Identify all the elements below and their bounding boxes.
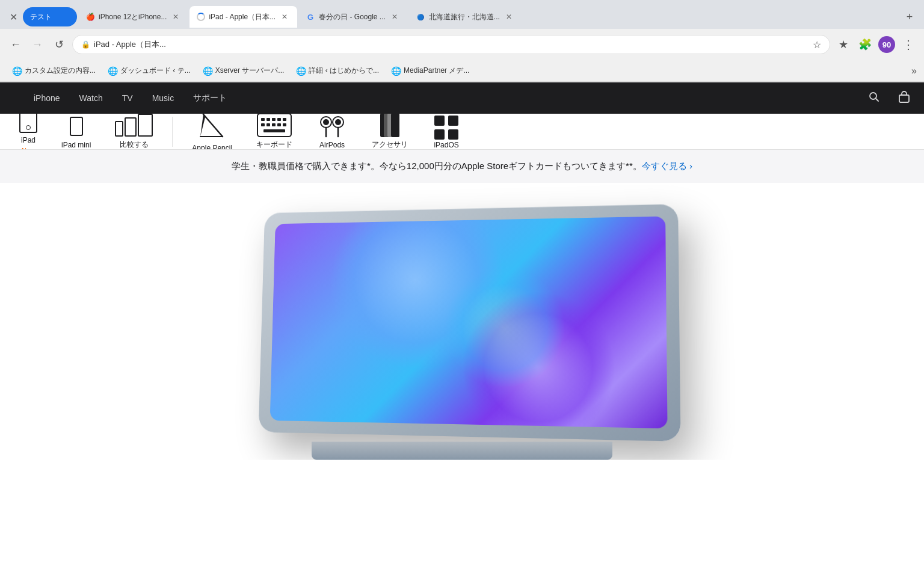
browser-chrome: ✕ テスト 🍎 iPhone 12とiPhone... ✕ iPad - App…: [0, 0, 924, 82]
nav-tv[interactable]: TV: [122, 93, 133, 103]
svg-point-19: [323, 119, 329, 125]
subnav-compare[interactable]: 比較する: [105, 114, 162, 150]
bookmarks-bar: 🌐 カスタム設定の内容... 🌐 ダッシュボード ‹ テ... 🌐 Xserve…: [0, 60, 924, 82]
tab-test[interactable]: テスト: [23, 7, 77, 26]
promo-link[interactable]: 今すぐ見る ›: [642, 161, 692, 172]
bookmark-detail-icon: 🌐: [296, 66, 306, 76]
promo-text: 学生・教職員価格で購入できます*。今なら12,000円分のApple Store…: [232, 161, 642, 172]
svg-rect-9: [272, 118, 276, 121]
hero-section: [0, 183, 924, 460]
subnav-ipados-label: iPadOS: [434, 141, 458, 149]
svg-rect-12: [261, 123, 265, 126]
tab-hokkaido-label: 北海道旅行・北海道...: [429, 12, 500, 22]
ipad-stand: [312, 442, 612, 460]
nav-search-icon[interactable]: [869, 91, 879, 105]
svg-line-3: [203, 114, 223, 137]
bookmark-dashboard[interactable]: 🌐 ダッシュボード ‹ テ...: [103, 63, 196, 78]
url-bar[interactable]: 🔒 iPad - Apple（日本... ☆: [72, 35, 830, 54]
tab-ipad-close[interactable]: ✕: [279, 11, 290, 22]
subnav-accessories[interactable]: アクセサリ: [362, 114, 417, 150]
ipad-illustration: [215, 207, 709, 460]
svg-line-1: [876, 98, 879, 101]
svg-rect-16: [283, 123, 286, 126]
nav-iphone[interactable]: iPhone: [34, 93, 60, 103]
tab-iphone-close[interactable]: ✕: [170, 11, 181, 22]
new-tab-button[interactable]: +: [900, 7, 919, 26]
tab-google[interactable]: G 春分の日 - Google ... ✕: [298, 6, 407, 28]
ipad-body: [259, 204, 681, 442]
tab-google-label: 春分の日 - Google ...: [319, 12, 386, 22]
svg-marker-5: [200, 114, 205, 137]
close-all-button[interactable]: ✕: [5, 8, 22, 25]
svg-rect-14: [272, 123, 276, 126]
address-bar: ← → ↺ 🔒 iPad - Apple（日本... ☆ ★ 🧩 90 ⋮: [0, 29, 924, 60]
svg-rect-10: [277, 118, 281, 121]
subnav-airpods[interactable]: AirPods: [307, 114, 357, 150]
bookmark-mediapartner[interactable]: 🌐 MediaPartner メデ...: [386, 63, 474, 78]
bookmark-mediapartner-label: MediaPartner メデ...: [404, 66, 469, 76]
bookmark-dashboard-icon: 🌐: [108, 66, 118, 76]
bookmarks-more-button[interactable]: »: [911, 66, 917, 76]
bookmark-custom[interactable]: 🌐 カスタム設定の内容...: [7, 63, 100, 78]
subnav-pencil-icon: [194, 114, 230, 141]
tab-hokkaido[interactable]: 🔵 北海道旅行・北海道... ✕: [408, 6, 522, 28]
subnav-compare-label: 比較する: [120, 140, 149, 150]
url-bar-text: iPad - Apple（日本...: [94, 39, 809, 50]
subnav-pencil-label: Apple Pencil: [192, 144, 232, 150]
reload-button[interactable]: ↺: [51, 36, 67, 53]
svg-rect-2: [899, 95, 909, 102]
tab-google-close[interactable]: ✕: [389, 11, 400, 22]
subnav-compare-icon: [115, 114, 153, 137]
subnav-pencil[interactable]: Apple Pencil: [182, 114, 242, 150]
svg-rect-13: [266, 123, 270, 126]
bookmark-xserver-icon: 🌐: [203, 66, 213, 76]
ipad-screen: [270, 216, 668, 428]
subnav-ipad-icon: [19, 114, 37, 134]
bookmark-dashboard-label: ダッシュボード ‹ テ...: [120, 66, 191, 76]
url-bar-lock: 🔒: [81, 40, 90, 49]
tab-hokkaido-favicon: 🔵: [416, 12, 425, 22]
svg-rect-27: [391, 114, 399, 137]
tab-bar-right: +: [900, 7, 919, 26]
tab-ipad[interactable]: iPad - Apple（日本... ✕: [189, 6, 297, 28]
tab-iphone-label: iPhone 12とiPhone...: [99, 12, 167, 22]
extensions-icon[interactable]: 🧩: [857, 36, 873, 53]
nav-bag-icon[interactable]: [899, 91, 910, 106]
url-bar-star[interactable]: ☆: [813, 39, 821, 51]
svg-rect-7: [261, 118, 265, 121]
subnav-ipados[interactable]: iPadOS: [422, 114, 470, 150]
user-avatar[interactable]: 90: [878, 36, 895, 53]
nav-music[interactable]: Music: [152, 93, 174, 103]
tab-bar: ✕ テスト 🍎 iPhone 12とiPhone... ✕ iPad - App…: [0, 0, 924, 29]
subnav-ipadmini[interactable]: iPad mini: [52, 114, 100, 150]
nav-support[interactable]: サポート: [193, 93, 227, 103]
bookmark-xserver[interactable]: 🌐 Xserver サーバーパ...: [198, 63, 289, 78]
bookmark-detail-label: 詳細 ‹ はじめからで...: [309, 66, 379, 76]
svg-rect-17: [263, 129, 285, 132]
svg-rect-28: [434, 116, 445, 126]
apple-nav: iPhone Watch TV Music サポート: [0, 82, 924, 114]
svg-rect-30: [434, 129, 445, 140]
subnav-ipad[interactable]: iPad New: [10, 114, 47, 150]
subnav-accessories-label: アクセサリ: [372, 140, 408, 150]
svg-rect-8: [266, 118, 270, 121]
bookmark-custom-label: カスタム設定の内容...: [25, 66, 96, 76]
address-bar-actions: ★ 🧩 90 ⋮: [835, 36, 917, 53]
forward-button[interactable]: →: [29, 36, 46, 53]
bookmark-detail[interactable]: 🌐 詳細 ‹ はじめからで...: [291, 63, 384, 78]
subnav-ipadmini-label: iPad mini: [61, 141, 91, 149]
promo-banner: 学生・教職員価格で購入できます*。今なら12,000円分のApple Store…: [0, 150, 924, 183]
menu-button[interactable]: ⋮: [900, 36, 917, 53]
back-button[interactable]: ←: [7, 36, 24, 53]
subnav-airpods-icon: [316, 114, 348, 138]
subnav-keyboard[interactable]: キーボード: [247, 114, 302, 150]
sub-nav: iPad New iPad mini 比較する: [0, 114, 924, 150]
tab-ipad-spinner: [197, 13, 205, 21]
subnav-ipad-label: iPad: [21, 136, 35, 144]
bookmark-icon[interactable]: ★: [835, 36, 852, 53]
subnav-divider: [172, 117, 173, 147]
nav-watch[interactable]: Watch: [79, 93, 103, 103]
subnav-ipados-icon: [432, 114, 461, 138]
tab-hokkaido-close[interactable]: ✕: [504, 11, 514, 22]
tab-iphone[interactable]: 🍎 iPhone 12とiPhone... ✕: [78, 6, 188, 28]
